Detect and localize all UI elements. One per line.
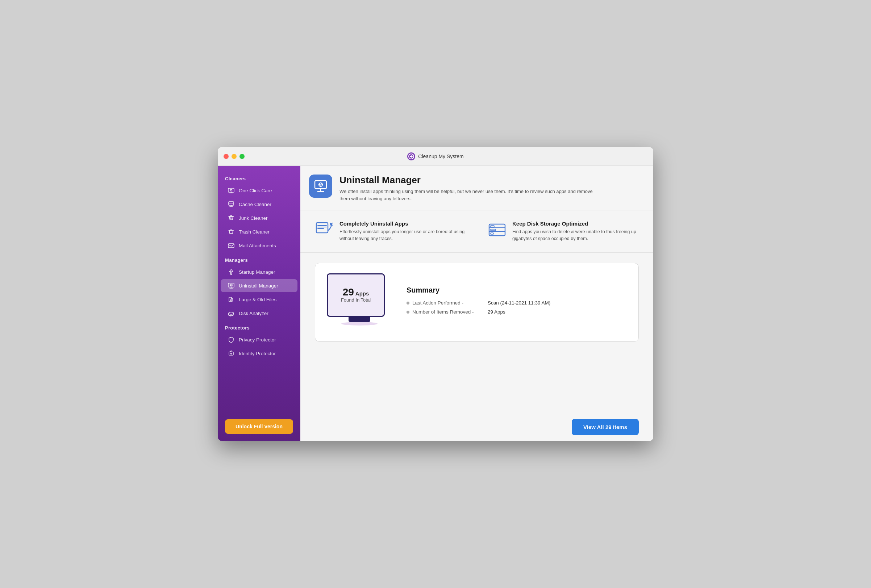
sidebar-item-uninstall-manager[interactable]: Uninstall Manager [221, 279, 298, 292]
feature1-description: Effortlessly uninstall apps you longer u… [340, 228, 466, 242]
mail-attachments-icon [228, 242, 234, 249]
header-text: Uninstall Manager We often install apps … [340, 175, 600, 202]
uninstall-manager-header-icon [314, 179, 328, 193]
feature2-title: Keep Disk Storage Optimized [512, 221, 639, 227]
view-all-button[interactable]: View All 29 items [572, 419, 639, 435]
features-section: Completely Uninstall Apps Effortlessly u… [300, 210, 653, 253]
disk-analyzer-icon [228, 310, 234, 316]
cache-cleaner-icon [228, 201, 234, 207]
summary-row1-value: Scan (24-11-2021 11:39 AM) [488, 300, 550, 306]
svg-point-3 [230, 190, 232, 191]
summary-dot-1 [407, 301, 409, 304]
sidebar-bottom: Unlock Full Version [218, 419, 300, 434]
disk-storage-feature-icon [488, 221, 506, 239]
sidebar-item-one-click-care[interactable]: One Click Care [221, 184, 298, 197]
app-window: Cleanup My System Cleaners One Click Car… [218, 147, 653, 441]
feature-disk-text: Keep Disk Storage Optimized Find apps yo… [512, 221, 639, 242]
main-layout: Cleaners One Click Care Cache Cleaner [218, 166, 653, 441]
unlock-full-version-button[interactable]: Unlock Full Version [225, 419, 293, 434]
feature2-description: Find apps you wish to delete & were unab… [512, 228, 639, 242]
app-icon [407, 152, 415, 160]
apps-count: 29 [343, 287, 354, 297]
svg-rect-13 [316, 223, 328, 233]
sidebar-item-trash-cleaner[interactable]: Trash Cleaner [221, 225, 298, 238]
svg-rect-18 [491, 229, 495, 231]
svg-rect-19 [491, 233, 494, 234]
sidebar-item-cache-cleaner[interactable]: Cache Cleaner [221, 198, 298, 211]
summary-section: 29 Apps Found In Total Summary [300, 253, 653, 413]
summary-row1-label: Last Action Performed - [412, 300, 485, 306]
feature-uninstall-text: Completely Uninstall Apps Effortlessly u… [340, 221, 466, 242]
sidebar-item-identity-protector[interactable]: Identity Protector [221, 347, 298, 360]
summary-card: 29 Apps Found In Total Summary [315, 263, 639, 342]
feature-disk-storage: Keep Disk Storage Optimized Find apps yo… [488, 221, 639, 242]
sidebar-item-junk-cleaner[interactable]: Junk Cleaner [221, 212, 298, 224]
monitor-base [341, 322, 377, 325]
summary-row2-label: Number of Items Removed - [412, 309, 485, 315]
svg-point-8 [229, 312, 234, 314]
svg-rect-17 [491, 225, 494, 227]
sidebar-item-startup-manager[interactable]: Startup Manager [221, 266, 298, 278]
svg-rect-6 [228, 283, 234, 287]
titlebar-title: Cleanup My System [407, 152, 463, 160]
header-icon-box [309, 175, 332, 198]
summary-row-1: Last Action Performed - Scan (24-11-2021… [407, 300, 550, 306]
summary-title: Summary [407, 286, 550, 294]
identity-protector-icon [228, 350, 234, 357]
sidebar-item-disk-analyzer[interactable]: Disk Analyzer [221, 307, 298, 320]
trash-cleaner-icon [228, 228, 234, 235]
summary-row2-value: 29 Apps [488, 309, 506, 315]
summary-dot-2 [407, 310, 409, 313]
feature1-title: Completely Uninstall Apps [340, 221, 466, 227]
summary-row-2: Number of Items Removed - 29 Apps [407, 309, 550, 315]
protectors-section-label: Protectors [218, 322, 300, 333]
page-title: Uninstall Manager [340, 175, 600, 186]
traffic-lights [223, 154, 245, 159]
sidebar-item-large-old-files[interactable]: Large & Old Files [221, 293, 298, 306]
startup-manager-icon [228, 269, 234, 275]
svg-rect-5 [228, 244, 234, 248]
minimize-button[interactable] [232, 154, 236, 159]
sidebar-item-privacy-protector[interactable]: Privacy Protector [221, 333, 298, 346]
found-label: Found In Total [341, 297, 371, 303]
uninstall-apps-feature-icon [315, 221, 334, 239]
svg-rect-4 [229, 201, 234, 205]
titlebar: Cleanup My System [218, 147, 653, 166]
maximize-button[interactable] [239, 154, 245, 159]
large-old-files-icon [228, 296, 234, 303]
cleaners-section-label: Cleaners [218, 173, 300, 184]
apps-label: Apps [355, 290, 369, 297]
managers-section-label: Managers [218, 255, 300, 265]
uninstall-manager-icon [228, 282, 234, 289]
feature-uninstall-apps: Completely Uninstall Apps Effortlessly u… [315, 221, 466, 242]
one-click-care-icon [228, 187, 234, 194]
junk-cleaner-icon [228, 215, 234, 221]
svg-rect-2 [228, 188, 234, 192]
close-button[interactable] [223, 154, 229, 159]
svg-point-10 [231, 354, 232, 354]
content-header: Uninstall Manager We often install apps … [300, 166, 653, 210]
monitor-graphic: 29 Apps Found In Total [327, 273, 392, 331]
content-footer: View All 29 items [300, 413, 653, 441]
summary-info: Summary Last Action Performed - Scan (24… [407, 286, 550, 318]
svg-rect-9 [229, 352, 233, 355]
monitor-screen: 29 Apps Found In Total [327, 273, 385, 317]
page-description: We often install apps thinking using the… [340, 188, 600, 202]
sidebar: Cleaners One Click Care Cache Cleaner [218, 166, 300, 441]
content-area: Uninstall Manager We often install apps … [300, 166, 653, 441]
privacy-protector-icon [228, 336, 234, 343]
sidebar-item-mail-attachments[interactable]: Mail Attachments [221, 239, 298, 252]
monitor-stand [349, 317, 370, 322]
svg-rect-16 [489, 224, 505, 236]
